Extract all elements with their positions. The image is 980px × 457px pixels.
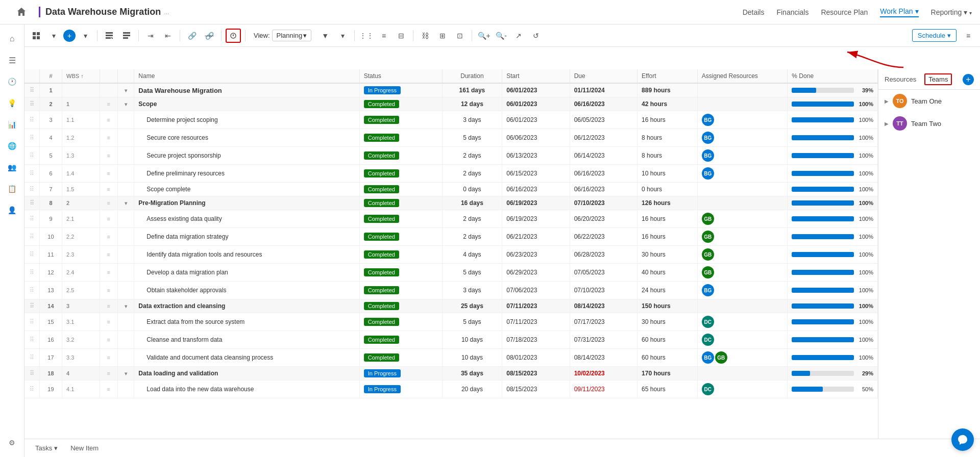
toolbar-add-dropdown-btn[interactable]: ▾ <box>78 29 93 43</box>
sidebar-home-icon[interactable]: ⌂ <box>2 29 22 49</box>
row-name[interactable]: Data loading and validation <box>134 367 359 380</box>
drag-handle[interactable]: ⠿ <box>24 313 39 331</box>
row-name[interactable]: Identify data migration tools and resour… <box>134 246 359 264</box>
drag-handle[interactable]: ⠿ <box>24 147 39 165</box>
sidebar-person-icon[interactable]: 👤 <box>2 200 22 220</box>
drag-handle[interactable]: ⠿ <box>24 129 39 147</box>
tasks-btn[interactable]: Tasks ▾ <box>31 442 62 454</box>
title-more[interactable]: ... <box>164 9 169 16</box>
team-item[interactable]: ▶ TO Team One <box>878 90 980 112</box>
col-start-header[interactable]: Start <box>502 69 570 83</box>
toolbar-cell-btn[interactable]: ⊞ <box>435 29 450 43</box>
row-collapse-btn[interactable]: ▾ <box>117 97 134 111</box>
row-name[interactable]: Validate and document data cleansing pro… <box>134 349 359 367</box>
view-dropdown[interactable]: Planning ▾ <box>272 30 312 41</box>
toolbar-add-btn[interactable]: + <box>63 30 76 42</box>
toolbar-highlight-btn[interactable] <box>226 29 241 43</box>
sidebar-lightbulb-icon[interactable]: 💡 <box>2 93 22 113</box>
row-name[interactable]: Data Warehouse Migration <box>134 83 359 97</box>
row-name[interactable]: Extract data from the source system <box>134 313 359 331</box>
drag-handle[interactable]: ⠿ <box>24 83 39 97</box>
drag-handle[interactable]: ⠿ <box>24 299 39 313</box>
row-collapse-btn[interactable] <box>117 183 134 196</box>
col-pct-header[interactable]: % Done <box>788 69 878 83</box>
row-name[interactable]: Determine project scoping <box>134 111 359 129</box>
toolbar-export-btn[interactable]: ↗ <box>511 29 526 43</box>
row-collapse-btn[interactable] <box>117 165 134 183</box>
toolbar-link-btn[interactable]: 🔗 <box>184 29 200 43</box>
toolbar-link2-btn[interactable]: ⛓ <box>418 29 433 43</box>
add-team-btn[interactable]: + <box>963 74 974 85</box>
toolbar-remove-row-btn[interactable] <box>119 29 134 43</box>
sidebar-menu-icon[interactable]: ☰ <box>2 50 22 70</box>
col-name-header[interactable]: Name <box>134 69 359 83</box>
sidebar-clock-icon[interactable]: 🕐 <box>2 71 22 92</box>
drag-handle[interactable]: ⠿ <box>24 97 39 111</box>
col-due-header[interactable]: Due <box>570 69 637 83</box>
toolbar-zoom-in-btn[interactable]: 🔍+ <box>476 29 492 43</box>
row-name[interactable]: Load data into the new data warehouse <box>134 380 359 398</box>
col-effort-header[interactable]: Effort <box>638 69 698 83</box>
row-collapse-btn[interactable]: ▾ <box>117 196 134 210</box>
drag-handle[interactable]: ⠿ <box>24 331 39 349</box>
row-name[interactable]: Develop a data migration plan <box>134 264 359 282</box>
row-collapse-btn[interactable] <box>117 129 134 147</box>
row-collapse-btn[interactable] <box>117 349 134 367</box>
drag-handle[interactable]: ⠿ <box>24 210 39 228</box>
col-duration-header[interactable]: Duration <box>442 69 502 83</box>
toolbar-unlink-btn[interactable]: 🔗 <box>202 29 217 43</box>
nav-reporting[interactable]: Reporting ▾ <box>931 8 972 16</box>
row-name[interactable]: Cleanse and transform data <box>134 331 359 349</box>
row-name[interactable]: Secure project sponsorship <box>134 147 359 165</box>
col-resources-header[interactable]: Assigned Resources <box>697 69 788 83</box>
row-name[interactable]: Secure core resources <box>134 129 359 147</box>
sidebar-report-icon[interactable]: 📋 <box>2 179 22 199</box>
team-item[interactable]: ▶ TT Team Two <box>878 112 980 135</box>
col-status-header[interactable]: Status <box>359 69 442 83</box>
row-collapse-btn[interactable]: ▾ <box>117 367 134 380</box>
drag-handle[interactable]: ⠿ <box>24 349 39 367</box>
drag-handle[interactable]: ⠿ <box>24 183 39 196</box>
drag-handle[interactable]: ⠿ <box>24 367 39 380</box>
row-collapse-btn[interactable] <box>117 210 134 228</box>
row-name[interactable]: Assess existing data quality <box>134 210 359 228</box>
row-collapse-btn[interactable] <box>117 331 134 349</box>
drag-handle[interactable]: ⠿ <box>24 196 39 210</box>
toolbar-filter-btn[interactable]: ▼ <box>317 29 333 43</box>
row-collapse-btn[interactable]: ▾ <box>117 83 134 97</box>
drag-handle[interactable]: ⠿ <box>24 380 39 398</box>
nav-details[interactable]: Details <box>743 8 765 16</box>
drag-handle[interactable]: ⠿ <box>24 111 39 129</box>
sidebar-chart-icon[interactable]: 📊 <box>2 114 22 135</box>
row-name[interactable]: Scope complete <box>134 183 359 196</box>
row-collapse-btn[interactable] <box>117 246 134 264</box>
tab-resources[interactable]: Resources <box>885 73 916 85</box>
toolbar-more-btn[interactable]: ≡ <box>961 29 976 43</box>
row-collapse-btn[interactable] <box>117 147 134 165</box>
toolbar-indent-btn[interactable]: ⇥ <box>143 29 158 43</box>
sidebar-globe-icon[interactable]: 🌐 <box>2 136 22 156</box>
toolbar-dropdown-btn[interactable]: ▾ <box>46 29 61 43</box>
drag-handle[interactable]: ⠿ <box>24 228 39 246</box>
toolbar-filter-dropdown-btn[interactable]: ▾ <box>335 29 350 43</box>
sidebar-people-icon[interactable]: 👥 <box>2 157 22 177</box>
row-collapse-btn[interactable] <box>117 111 134 129</box>
nav-financials[interactable]: Financials <box>776 8 808 16</box>
toolbar-sort-btn[interactable]: ≡ <box>376 29 391 43</box>
row-name[interactable]: Pre-Migration Planning <box>134 196 359 210</box>
row-collapse-btn[interactable] <box>117 380 134 398</box>
row-collapse-btn[interactable] <box>117 282 134 299</box>
row-name[interactable]: Define data migration strategy <box>134 228 359 246</box>
toolbar-zoom-out-btn[interactable]: 🔍- <box>494 29 509 43</box>
tab-teams[interactable]: Teams <box>924 73 952 85</box>
nav-work-plan[interactable]: Work Plan ▾ <box>880 7 918 17</box>
toolbar-refresh-btn[interactable]: ↺ <box>528 29 544 43</box>
row-name[interactable]: Define preliminary resources <box>134 165 359 183</box>
row-name[interactable]: Obtain stakeholder approvals <box>134 282 359 299</box>
row-collapse-btn[interactable] <box>117 264 134 282</box>
toolbar-outdent-btn[interactable]: ⇤ <box>160 29 176 43</box>
toolbar-grid-btn[interactable] <box>29 29 44 43</box>
col-wbs-header[interactable]: WBS ↑ <box>62 69 100 83</box>
row-name[interactable]: Scope <box>134 97 359 111</box>
toolbar-group-btn[interactable]: ⊟ <box>394 29 409 43</box>
